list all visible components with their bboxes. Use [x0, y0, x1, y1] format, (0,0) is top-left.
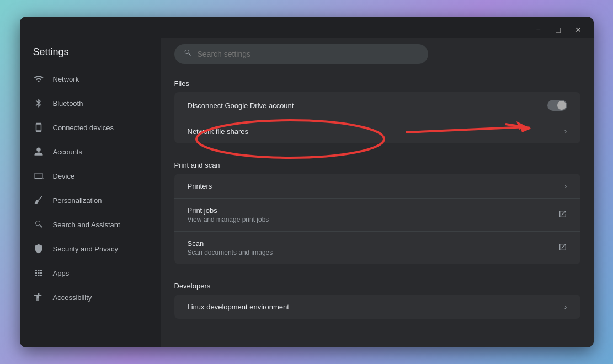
- sidebar-item-accessibility[interactable]: Accessibility: [20, 285, 152, 309]
- sidebar-label-bluetooth: Bluetooth: [53, 99, 83, 108]
- phone-icon: [33, 122, 44, 133]
- external-link-icon: [558, 210, 567, 220]
- accessibility-icon: [33, 292, 44, 303]
- maximize-button[interactable]: □: [551, 22, 566, 38]
- sidebar-label-security-privacy: Security and Privacy: [53, 245, 119, 253]
- sidebar-label-network: Network: [53, 75, 79, 83]
- minimize-button[interactable]: −: [531, 22, 546, 38]
- scan-sublabel: Scan documents and images: [188, 249, 273, 256]
- sidebar-label-search-assistant: Search and Assistant: [53, 221, 120, 229]
- disconnect-google-drive-right: [547, 100, 567, 111]
- linux-dev-row[interactable]: Linux development environment ›: [174, 295, 580, 319]
- print-jobs-text: Print jobs View and manage print jobs: [188, 206, 269, 223]
- scan-right: [558, 243, 567, 253]
- disconnect-google-drive-text: Disconnect Google Drive account: [188, 101, 294, 110]
- laptop-icon: [33, 170, 44, 181]
- chevron-right-icon: ›: [564, 127, 567, 136]
- shield-icon: [33, 243, 44, 254]
- printers-right: ›: [564, 181, 567, 190]
- svg-point-0: [38, 293, 39, 295]
- print-scan-section-label: Print and scan: [161, 152, 594, 174]
- sidebar-label-personalization: Personalization: [53, 196, 102, 205]
- print-jobs-row[interactable]: Print jobs View and manage print jobs: [174, 199, 580, 232]
- sidebar-item-apps[interactable]: Apps: [20, 261, 152, 285]
- main-area: Settings Network Bluetooth Con: [20, 38, 594, 347]
- print-scan-section: Print and scan Printers › Print jobs Vie…: [161, 152, 594, 273]
- files-section-label: Files: [161, 71, 594, 92]
- titlebar: − □ ✕: [20, 17, 594, 38]
- search-nav-icon: [33, 219, 44, 230]
- sidebar-item-search-assistant[interactable]: Search and Assistant: [20, 212, 152, 237]
- scan-label: Scan: [188, 239, 273, 248]
- disconnect-google-drive-row[interactable]: Disconnect Google Drive account: [174, 92, 580, 119]
- close-button[interactable]: ✕: [571, 22, 586, 38]
- sidebar-label-accounts: Accounts: [53, 148, 82, 156]
- developers-rows-group: Linux development environment ›: [174, 295, 580, 319]
- sidebar-item-device[interactable]: Device: [20, 164, 152, 188]
- disconnect-google-drive-label: Disconnect Google Drive account: [188, 101, 294, 110]
- network-file-shares-row[interactable]: Network file shares ›: [174, 119, 580, 143]
- print-jobs-label: Print jobs: [188, 206, 269, 215]
- print-scan-rows-group: Printers › Print jobs View and manage pr…: [174, 174, 580, 264]
- sidebar-label-apps: Apps: [53, 269, 70, 277]
- sidebar-label-device: Device: [53, 172, 75, 180]
- sidebar-item-bluetooth[interactable]: Bluetooth: [20, 91, 152, 115]
- apps-icon: [33, 267, 44, 279]
- sidebar-item-connected-devices[interactable]: Connected devices: [20, 115, 152, 140]
- linux-dev-right: ›: [564, 302, 567, 311]
- content-area: Files Disconnect Google Drive account: [161, 38, 594, 347]
- sidebar-item-security-privacy[interactable]: Security and Privacy: [20, 237, 152, 261]
- search-bar[interactable]: [174, 44, 428, 64]
- sidebar-item-personalization[interactable]: Personalization: [20, 188, 152, 212]
- scan-text: Scan Scan documents and images: [188, 239, 273, 256]
- files-rows-group: Disconnect Google Drive account Network …: [174, 92, 580, 143]
- google-drive-toggle[interactable]: [547, 100, 567, 111]
- bluetooth-icon: [33, 98, 44, 109]
- printers-row[interactable]: Printers ›: [174, 174, 580, 199]
- settings-window: − □ ✕ Settings Network Bluetooth: [20, 17, 594, 347]
- network-file-shares-label: Network file shares: [188, 127, 249, 136]
- toggle-knob: [557, 101, 566, 110]
- printers-label: Printers: [188, 182, 212, 190]
- app-title: Settings: [20, 42, 161, 67]
- person-icon: [33, 146, 44, 157]
- sidebar: Settings Network Bluetooth Con: [20, 38, 161, 347]
- wifi-icon: [33, 73, 44, 84]
- scan-external-link-icon: [558, 243, 567, 253]
- brush-icon: [33, 195, 44, 206]
- print-jobs-sublabel: View and manage print jobs: [188, 216, 269, 223]
- developers-section: Developers Linux development environment…: [161, 273, 594, 328]
- print-jobs-right: [558, 210, 567, 220]
- search-input[interactable]: [198, 50, 419, 58]
- developers-section-label: Developers: [161, 273, 594, 295]
- linux-dev-chevron-icon: ›: [564, 302, 567, 311]
- network-file-shares-text: Network file shares: [188, 127, 249, 136]
- scan-row[interactable]: Scan Scan documents and images: [174, 232, 580, 264]
- content-header: [161, 38, 594, 71]
- sidebar-item-accounts[interactable]: Accounts: [20, 140, 152, 164]
- network-file-shares-right: ›: [564, 127, 567, 136]
- sidebar-label-connected-devices: Connected devices: [53, 124, 114, 132]
- search-icon: [183, 49, 192, 60]
- files-section: Files Disconnect Google Drive account: [161, 71, 594, 152]
- linux-dev-label: Linux development environment: [188, 303, 289, 311]
- printers-chevron-icon: ›: [564, 181, 567, 190]
- sidebar-label-accessibility: Accessibility: [53, 293, 92, 302]
- sidebar-item-network[interactable]: Network: [20, 67, 152, 91]
